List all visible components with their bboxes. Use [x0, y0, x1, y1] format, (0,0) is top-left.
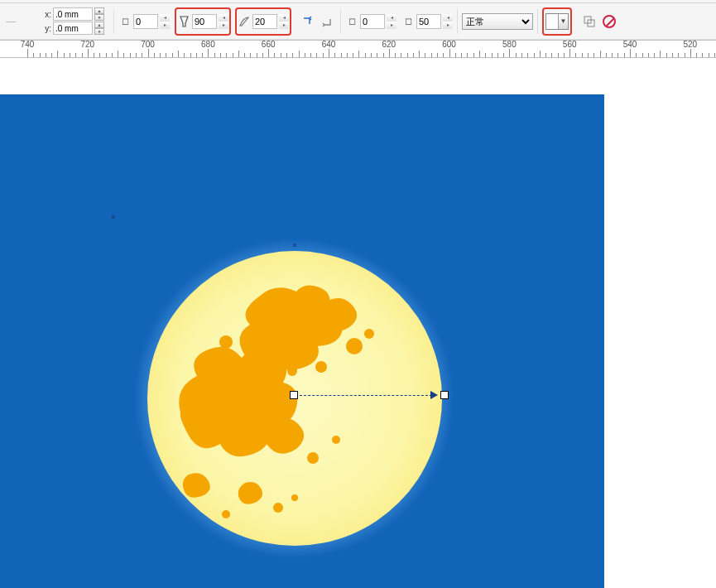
transparency-input[interactable]: [192, 14, 217, 29]
blend-mode-dropdown[interactable]: 正常: [462, 13, 533, 30]
ruler-tick-minor: [262, 53, 263, 57]
ruler-tick-minor: [612, 53, 613, 57]
ruler-tick-minor: [94, 53, 94, 57]
opacity2-spin[interactable]: ◂▸: [443, 14, 453, 29]
svg-point-7: [287, 366, 297, 376]
ruler-tick-minor: [250, 53, 251, 57]
ruler-label: 660: [262, 40, 276, 49]
ruler-tick-minor: [166, 53, 166, 57]
ruler-tick-minor: [136, 53, 137, 57]
ruler-tick-major: [148, 49, 149, 57]
ruler-tick-major: [630, 49, 631, 57]
ruler-label: 620: [382, 40, 396, 49]
ruler-tick-minor: [160, 53, 161, 57]
ruler-tick-minor: [606, 53, 607, 57]
ruler-label: 560: [563, 40, 577, 49]
ruler-tick-minor: [371, 53, 372, 57]
x-spinner[interactable]: ▲▼: [94, 7, 104, 21]
ruler-tick-minor: [419, 51, 420, 57]
opacity-spin[interactable]: ◂▸: [387, 14, 396, 29]
ruler-tick-minor: [558, 53, 559, 57]
ruler-tick-minor: [492, 53, 493, 57]
ruler-tick-major: [27, 49, 28, 57]
copy-properties-icon[interactable]: [580, 12, 598, 31]
ruler-tick-minor: [685, 53, 685, 57]
svg-point-8: [307, 452, 319, 464]
opacity-input[interactable]: [360, 14, 385, 29]
ruler-tick-major: [449, 49, 450, 57]
ruler-tick-major: [208, 49, 209, 57]
svg-point-12: [222, 510, 230, 518]
ruler-tick-minor: [40, 53, 41, 57]
ruler-tick-minor: [323, 53, 324, 57]
ruler-tick-minor: [425, 53, 425, 57]
highlight-transparency: ◂▸: [175, 7, 231, 36]
ruler-tick-minor: [257, 53, 257, 57]
feather-field: ◂▸: [238, 14, 289, 29]
y-spinner[interactable]: ▲▼: [94, 22, 104, 35]
ruler-tick-minor: [123, 53, 124, 57]
no-transparency-icon[interactable]: [600, 12, 618, 31]
start-handle[interactable]: [290, 391, 298, 399]
ruler-tick-minor: [244, 53, 245, 57]
node-marker: [112, 215, 115, 219]
ruler-tick-minor: [534, 53, 535, 57]
artwork-page[interactable]: [0, 94, 604, 588]
ruler-tick-minor: [593, 53, 594, 57]
horizontal-ruler[interactable]: 740720700680660640620600580560540520: [0, 40, 716, 58]
transparency-spin[interactable]: ◂▸: [219, 14, 228, 29]
rotate-ccw-icon[interactable]: [318, 12, 336, 31]
ruler-tick-minor: [521, 53, 522, 57]
ruler-tick-minor: [220, 53, 221, 57]
ruler-tick-minor: [678, 53, 679, 57]
ruler-label: 580: [502, 40, 517, 49]
ruler-tick-minor: [588, 53, 589, 57]
ruler-tick-minor: [196, 53, 197, 57]
ruler-tick-minor: [214, 53, 215, 57]
color-dropdown[interactable]: ▼: [545, 13, 569, 30]
ruler-tick-minor: [407, 53, 408, 57]
ruler-tick-minor: [702, 53, 703, 57]
midpoint-node[interactable]: [293, 243, 296, 247]
ruler-tick-minor: [64, 53, 65, 57]
ruler-label: 520: [683, 40, 697, 49]
ruler-tick-minor: [654, 53, 655, 57]
prohibit-icon: [603, 15, 616, 28]
ruler-label: 640: [322, 40, 336, 49]
lock-input[interactable]: [133, 14, 158, 29]
ruler-tick-major: [88, 49, 89, 57]
svg-point-11: [291, 494, 298, 501]
svg-point-6: [196, 358, 206, 368]
ruler-tick-minor: [617, 53, 618, 57]
lock-spin[interactable]: ◂▸: [160, 14, 170, 29]
end-handle[interactable]: [440, 391, 449, 399]
ruler-tick-minor: [33, 53, 34, 57]
separator: [113, 9, 114, 34]
opacity2-input[interactable]: [416, 14, 441, 29]
ruler-tick-minor: [660, 51, 661, 57]
ruler-tick-minor: [485, 53, 486, 57]
y-input[interactable]: [53, 22, 93, 35]
ruler-tick-minor: [178, 51, 179, 57]
svg-point-3: [364, 329, 374, 339]
opacity2-field: ◻ ◂▸: [401, 14, 453, 29]
ruler-tick-minor: [666, 53, 667, 57]
feather-input[interactable]: [252, 14, 277, 29]
separator: [457, 9, 458, 34]
dash-icon[interactable]: —: [2, 12, 20, 31]
blend-mode-select[interactable]: 正常: [462, 13, 533, 30]
canvas-area[interactable]: [0, 58, 716, 588]
ruler-tick-minor: [99, 53, 100, 57]
ruler-label: 540: [623, 40, 637, 49]
ruler-tick-minor: [184, 53, 185, 57]
ruler-tick-minor: [714, 53, 715, 57]
ruler-tick-minor: [226, 53, 227, 57]
x-input[interactable]: [53, 7, 93, 21]
transparency-vector[interactable]: [300, 395, 432, 396]
ruler-tick-minor: [636, 53, 637, 57]
ruler-tick-minor: [358, 51, 359, 57]
feather-spin[interactable]: ◂▸: [279, 14, 289, 29]
ruler-tick-minor: [377, 53, 377, 57]
ruler-tick-minor: [413, 53, 414, 57]
rotate-cw-icon[interactable]: [298, 12, 316, 31]
